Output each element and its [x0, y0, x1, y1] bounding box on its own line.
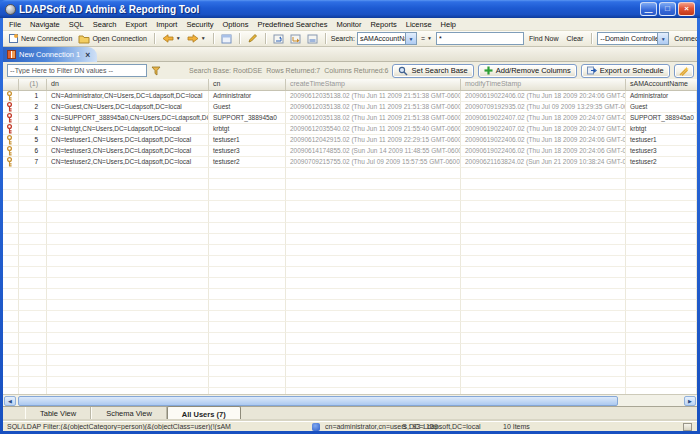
wand-button[interactable] [674, 64, 694, 78]
search-value-input[interactable] [436, 32, 524, 45]
menu-sql[interactable]: SQL [69, 20, 84, 29]
search-attribute-select[interactable]: sAMAccountName ▼ [357, 32, 417, 45]
view-tab-schema-view[interactable]: Schema View [91, 407, 167, 421]
dn-cell[interactable]: CN=SUPPORT_388945a0,CN=Users,DC=Ldapsoft… [47, 113, 209, 124]
view-tab-all-users-7[interactable]: All Users (7) [167, 406, 241, 421]
modifytimestamp-cell[interactable]: 20090619022407.02 (Thu Jun 18 2009 20:24… [461, 113, 626, 124]
new-connection-button[interactable]: New Connection [6, 32, 74, 45]
minimize-button[interactable]: — [640, 2, 657, 16]
menu-security[interactable]: Security [186, 20, 213, 29]
add-remove-columns-button[interactable]: Add/Remove Columns [478, 64, 577, 78]
modifytimestamp-cell[interactable]: 20090619022406.02 (Thu Jun 18 2009 20:24… [461, 91, 626, 102]
menu-predefined-searches[interactable]: Predefined Searches [257, 20, 327, 29]
menu-search[interactable]: Search [93, 20, 117, 29]
createtimestamp-cell[interactable]: 20090612035138.02 (Thu Jun 11 2009 21:51… [286, 102, 461, 113]
close-button[interactable]: × [678, 2, 695, 16]
modifytimestamp-cell[interactable]: 20090619022406.02 (Thu Jun 18 2009 20:24… [461, 146, 626, 157]
column-header-samaccountname[interactable]: sAMAccountName [626, 79, 697, 90]
modifytimestamp-cell[interactable]: 20090619022406.02 (Thu Jun 18 2009 20:24… [461, 135, 626, 146]
empty-cell [209, 344, 286, 355]
connect-button[interactable]: Connect .... [671, 34, 697, 43]
menu-help[interactable]: Help [441, 20, 456, 29]
samaccountname-cell[interactable]: Guest [626, 102, 697, 113]
dn-cell[interactable]: CN=Administrator,CN=Users,DC=Ldapsoft,DC… [47, 91, 209, 102]
open-connection-button[interactable]: Open Connection [76, 33, 148, 45]
samaccountname-cell[interactable]: testuser1 [626, 135, 697, 146]
dn-cell[interactable]: CN=testuser3,CN=Users,DC=Ldapsoft,DC=loc… [47, 146, 209, 157]
dn-cell[interactable]: CN=krbtgt,CN=Users,DC=Ldapsoft,DC=local [47, 124, 209, 135]
table-row[interactable]: 3CN=SUPPORT_388945a0,CN=Users,DC=Ldapsof… [3, 113, 697, 124]
operator-select[interactable]: = ▼ [419, 35, 434, 42]
scrollbar-thumb[interactable] [18, 396, 618, 406]
table-row[interactable]: 7CN=testuser2,CN=Users,DC=Ldapsoft,DC=lo… [3, 157, 697, 168]
edit-entry-button[interactable] [245, 32, 260, 45]
empty-table-row [3, 322, 697, 333]
domain-controllers-select[interactable]: --Domain Controllers-- ▼ [597, 32, 669, 45]
export-button-1[interactable] [271, 33, 286, 45]
cn-cell[interactable]: Administrator [209, 91, 286, 102]
set-search-base-button[interactable]: Set Search Base [392, 64, 473, 78]
modifytimestamp-cell[interactable]: 20090621163824.02 (Sun Jun 21 2009 10:38… [461, 157, 626, 168]
createtimestamp-cell[interactable]: 20090709215755.02 (Thu Jul 09 2009 15:57… [286, 157, 461, 168]
samaccountname-cell[interactable]: testuser3 [626, 146, 697, 157]
createtimestamp-cell[interactable]: 20090612035540.02 (Thu Jun 11 2009 21:55… [286, 124, 461, 135]
cn-cell[interactable]: SUPPORT_388945a0 [209, 113, 286, 124]
column-header-rownum[interactable]: (1) [19, 79, 47, 90]
createtimestamp-cell[interactable]: 20090612042915.02 (Thu Jun 11 2009 22:29… [286, 135, 461, 146]
cn-cell[interactable]: Guest [209, 102, 286, 113]
menu-reports[interactable]: Reports [370, 20, 396, 29]
column-header-modifytimestamp[interactable]: modifyTimeStamp [461, 79, 626, 90]
column-header-cn[interactable]: cn [209, 79, 286, 90]
filter-funnel-icon[interactable] [151, 66, 161, 76]
cn-cell[interactable]: testuser1 [209, 135, 286, 146]
column-header-dn[interactable]: dn [47, 79, 209, 90]
export-button-3[interactable] [305, 33, 320, 45]
menu-file[interactable]: File [9, 20, 21, 29]
modifytimestamp-cell[interactable]: 20090709192935.02 (Thu Jul 09 2009 13:29… [461, 102, 626, 113]
table-row[interactable]: 1CN=Administrator,CN=Users,DC=Ldapsoft,D… [3, 91, 697, 102]
clear-button[interactable]: Clear [564, 34, 587, 43]
view-tab-table-view[interactable]: Table View [25, 407, 91, 421]
dn-cell[interactable]: CN=testuser1,CN=Users,DC=Ldapsoft,DC=loc… [47, 135, 209, 146]
menu-import[interactable]: Import [156, 20, 177, 29]
dn-cell[interactable]: CN=Guest,CN=Users,DC=Ldapsoft,DC=local [47, 102, 209, 113]
refresh-view-button[interactable] [219, 33, 234, 45]
column-header-icon[interactable] [3, 79, 19, 90]
horizontal-scrollbar[interactable]: ◀ ▶ [3, 394, 697, 406]
table-row[interactable]: 4CN=krbtgt,CN=Users,DC=Ldapsoft,DC=local… [3, 124, 697, 135]
find-now-button[interactable]: Find Now [526, 34, 562, 43]
back-button[interactable]: ▼ [160, 33, 183, 44]
table-row[interactable]: 6CN=testuser3,CN=Users,DC=Ldapsoft,DC=lo… [3, 146, 697, 157]
export-button-2[interactable] [288, 33, 303, 45]
menu-license[interactable]: License [406, 20, 432, 29]
samaccountname-cell[interactable]: Administrator [626, 91, 697, 102]
cn-cell[interactable]: testuser3 [209, 146, 286, 157]
table-row[interactable]: 5CN=testuser1,CN=Users,DC=Ldapsoft,DC=lo… [3, 135, 697, 146]
tab-new-connection-1[interactable]: New Connection 1 × [3, 47, 97, 62]
empty-cell [19, 377, 47, 388]
dn-filter-input[interactable] [7, 64, 147, 77]
createtimestamp-cell[interactable]: 20090612035138.02 (Thu Jun 11 2009 21:51… [286, 113, 461, 124]
column-header-createtimestamp[interactable]: createTimeStamp [286, 79, 461, 90]
cn-cell[interactable]: testuser2 [209, 157, 286, 168]
forward-button[interactable]: ▼ [185, 33, 208, 44]
menu-export[interactable]: Export [125, 20, 147, 29]
dn-cell[interactable]: CN=testuser2,CN=Users,DC=Ldapsoft,DC=loc… [47, 157, 209, 168]
modifytimestamp-cell[interactable]: 20090619022407.02 (Thu Jun 18 2009 20:24… [461, 124, 626, 135]
tab-close-icon[interactable]: × [85, 50, 90, 60]
createtimestamp-cell[interactable]: 20090614174855.02 (Sun Jun 14 2009 11:48… [286, 146, 461, 157]
createtimestamp-cell[interactable]: 20090612035138.02 (Thu Jun 11 2009 21:51… [286, 91, 461, 102]
maximize-button[interactable]: □ [659, 2, 676, 16]
scroll-right-button[interactable]: ▶ [684, 396, 696, 406]
samaccountname-cell[interactable]: SUPPORT_388945a0 [626, 113, 697, 124]
menu-monitor[interactable]: Monitor [336, 20, 361, 29]
status-layout-icon[interactable] [683, 423, 692, 431]
table-row[interactable]: 2CN=Guest,CN=Users,DC=Ldapsoft,DC=localG… [3, 102, 697, 113]
cn-cell[interactable]: krbtgt [209, 124, 286, 135]
menu-options[interactable]: Options [223, 20, 249, 29]
samaccountname-cell[interactable]: testuser2 [626, 157, 697, 168]
export-or-schedule-button[interactable]: Export or Schedule [581, 64, 670, 78]
menu-navigate[interactable]: Navigate [30, 20, 60, 29]
scroll-left-button[interactable]: ◀ [4, 396, 16, 406]
samaccountname-cell[interactable]: krbtgt [626, 124, 697, 135]
